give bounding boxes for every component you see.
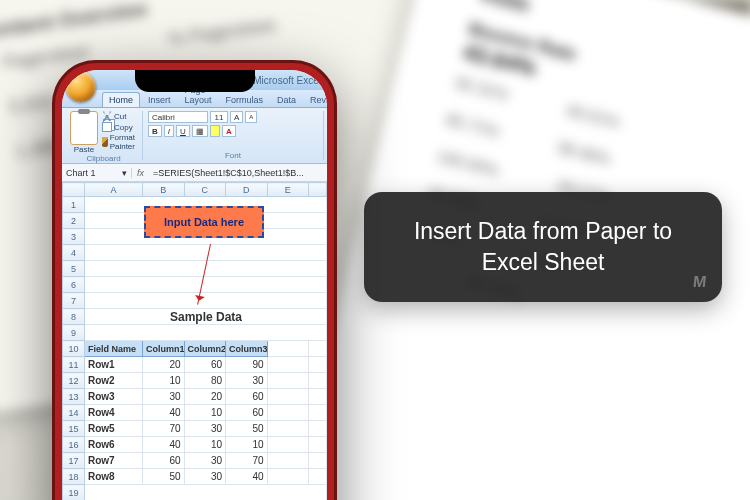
col-header[interactable]: D [226, 183, 268, 197]
table-header[interactable]: Column1 [143, 341, 185, 357]
fill-color-button[interactable] [210, 125, 220, 137]
italic-button[interactable]: I [164, 125, 174, 137]
grow-font-button[interactable]: A [230, 111, 243, 123]
row-header[interactable]: 5 [63, 261, 85, 277]
cell[interactable]: Row5 [85, 421, 143, 437]
row-header[interactable]: 10 [63, 341, 85, 357]
row-header[interactable]: 4 [63, 245, 85, 261]
cell[interactable]: 50 [226, 421, 268, 437]
font-size-select[interactable]: 11 [210, 111, 228, 123]
cell[interactable] [85, 325, 327, 341]
row-header[interactable]: 2 [63, 213, 85, 229]
cell[interactable]: 10 [226, 437, 268, 453]
table-header[interactable]: Column3 [226, 341, 268, 357]
cell[interactable] [309, 453, 327, 469]
cell[interactable] [309, 341, 327, 357]
row-header[interactable]: 18 [63, 469, 85, 485]
cell[interactable]: 40 [143, 405, 185, 421]
col-header[interactable]: A [85, 183, 143, 197]
cell[interactable]: 30 [184, 421, 226, 437]
cell[interactable]: 60 [184, 357, 226, 373]
cell[interactable] [267, 405, 309, 421]
cell[interactable] [85, 245, 327, 261]
col-header[interactable]: B [143, 183, 185, 197]
cell[interactable] [267, 373, 309, 389]
tab-review[interactable]: Review [304, 93, 327, 107]
row-header[interactable]: 9 [63, 325, 85, 341]
cell[interactable] [309, 421, 327, 437]
cell[interactable]: 60 [226, 405, 268, 421]
select-all-corner[interactable] [63, 183, 85, 197]
row-header[interactable]: 8 [63, 309, 85, 325]
cut-button[interactable]: Cut [102, 111, 139, 121]
cell[interactable] [85, 293, 327, 309]
cell[interactable] [267, 453, 309, 469]
row-header[interactable]: 17 [63, 453, 85, 469]
underline-button[interactable]: U [176, 125, 190, 137]
cell[interactable] [267, 421, 309, 437]
cell[interactable]: 40 [143, 437, 185, 453]
cell[interactable] [309, 357, 327, 373]
cell[interactable] [267, 469, 309, 485]
row-header[interactable]: 14 [63, 405, 85, 421]
row-header[interactable]: 16 [63, 437, 85, 453]
table-header[interactable]: Column2 [184, 341, 226, 357]
cell[interactable] [309, 373, 327, 389]
row-header[interactable]: 7 [63, 293, 85, 309]
cell[interactable]: 60 [226, 389, 268, 405]
row-header[interactable]: 6 [63, 277, 85, 293]
name-box[interactable]: Chart 1 ▾ [62, 168, 132, 178]
cell[interactable]: 10 [184, 405, 226, 421]
row-header[interactable]: 12 [63, 373, 85, 389]
cell[interactable] [309, 405, 327, 421]
cell[interactable]: Row2 [85, 373, 143, 389]
tab-data[interactable]: Data [271, 93, 302, 107]
cell[interactable]: 30 [143, 389, 185, 405]
cell[interactable]: 90 [226, 357, 268, 373]
cell[interactable]: 20 [143, 357, 185, 373]
cell[interactable]: Row3 [85, 389, 143, 405]
cell[interactable] [85, 277, 327, 293]
cell[interactable] [267, 357, 309, 373]
cell[interactable]: Row1 [85, 357, 143, 373]
cell[interactable]: Row7 [85, 453, 143, 469]
formula-input[interactable]: =SERIES(Sheet1!$C$10,Sheet1!$B... [149, 168, 327, 178]
cell[interactable]: 70 [226, 453, 268, 469]
paste-button[interactable] [70, 111, 98, 145]
cell[interactable]: 10 [143, 373, 185, 389]
cell[interactable]: 70 [143, 421, 185, 437]
cell[interactable]: 10 [184, 437, 226, 453]
tab-home[interactable]: Home [102, 92, 140, 107]
row-header[interactable]: 15 [63, 421, 85, 437]
tab-insert[interactable]: Insert [142, 93, 177, 107]
col-header[interactable]: C [184, 183, 226, 197]
cell[interactable] [309, 469, 327, 485]
copy-button[interactable]: Copy [102, 122, 139, 132]
cell[interactable]: 30 [184, 453, 226, 469]
row-header[interactable]: 1 [63, 197, 85, 213]
font-color-button[interactable]: A [222, 125, 236, 137]
cell[interactable] [309, 437, 327, 453]
row-header[interactable]: 11 [63, 357, 85, 373]
cell[interactable]: Row4 [85, 405, 143, 421]
office-button[interactable] [66, 72, 96, 102]
cell[interactable] [267, 437, 309, 453]
cell[interactable]: 60 [143, 453, 185, 469]
row-header[interactable]: 3 [63, 229, 85, 245]
table-header[interactable]: Field Name [85, 341, 143, 357]
cell[interactable] [267, 341, 309, 357]
cell[interactable] [267, 389, 309, 405]
cell[interactable]: Row6 [85, 437, 143, 453]
cell[interactable] [85, 485, 327, 501]
col-header[interactable] [309, 183, 327, 197]
cell[interactable]: 30 [226, 373, 268, 389]
cell[interactable]: 50 [143, 469, 185, 485]
fx-icon[interactable]: fx [132, 168, 149, 178]
col-header[interactable]: E [267, 183, 309, 197]
format-painter-button[interactable]: Format Painter [102, 133, 139, 151]
row-header[interactable]: 13 [63, 389, 85, 405]
worksheet-grid[interactable]: Input Data here Sample Data A B C D E [62, 182, 327, 500]
cell[interactable]: 80 [184, 373, 226, 389]
tab-formulas[interactable]: Formulas [220, 93, 270, 107]
bold-button[interactable]: B [148, 125, 162, 137]
